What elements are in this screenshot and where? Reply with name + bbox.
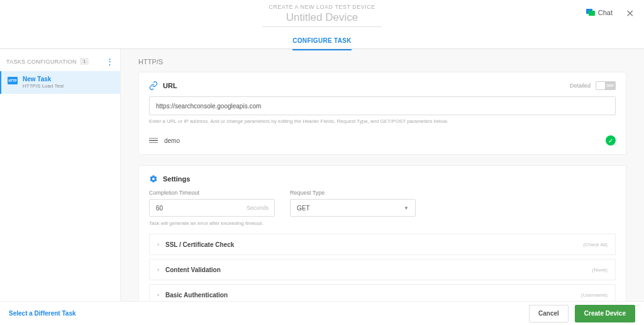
sidebar-header: TASKS CONFIGURATION 1 ⋮: [0, 55, 120, 71]
accordion-title: Content Validation: [165, 266, 221, 273]
request-type-label: Request Type: [290, 190, 416, 196]
chevron-down-icon: ▼: [404, 205, 409, 211]
request-type-value: GET: [297, 205, 310, 212]
accordion-status: (None): [592, 267, 608, 273]
url-input[interactable]: [149, 96, 616, 115]
timeout-label: Completion Timeout: [149, 190, 275, 196]
tab-configure-task[interactable]: CONFIGURE TASK: [292, 33, 351, 50]
url-card: URL Detailed OFF Enter a URL or IP addre…: [138, 72, 626, 155]
settings-card: Settings Completion Timeout Seconds Requ…: [138, 165, 626, 301]
chat-label: Chat: [598, 9, 613, 16]
close-icon[interactable]: ✕: [626, 8, 634, 20]
timeout-hint: Task will generate an error after exceed…: [149, 220, 616, 226]
url-card-title: URL: [163, 82, 177, 89]
footer: Select a Different Task Cancel Create De…: [0, 301, 644, 325]
gear-icon: [149, 174, 158, 183]
page-header: CREATE A NEW LOAD TEST DEVICE CONFIGURE …: [0, 0, 644, 49]
cancel-button[interactable]: Cancel: [529, 305, 569, 322]
timeout-suffix: Seconds: [247, 205, 269, 211]
accordion-title: SSL / Certificate Check: [165, 241, 234, 248]
accordion-status: (Username): [581, 292, 608, 298]
task-type: HTTP/S Load Test: [23, 83, 64, 89]
sidebar-more-icon[interactable]: ⋮: [106, 60, 114, 63]
request-type-select[interactable]: GET ▼: [290, 199, 416, 217]
detailed-label: Detailed: [570, 83, 591, 89]
accordion-basic-auth[interactable]: › Basic Authentication (Username): [149, 284, 616, 301]
sidebar-count-badge: 1: [80, 58, 89, 65]
chevron-right-icon: ›: [157, 241, 159, 248]
main-panel: HTTP/S URL Detailed OFF Enter a URL or I…: [121, 49, 644, 301]
detailed-toggle[interactable]: OFF: [596, 81, 616, 90]
header-eyebrow: CREATE A NEW LOAD TEST DEVICE: [269, 4, 375, 10]
accordion-content-validation[interactable]: › Content Validation (None): [149, 259, 616, 280]
sidebar: TASKS CONFIGURATION 1 ⋮ HTTP New Task HT…: [0, 49, 121, 301]
task-name: New Task: [23, 76, 64, 83]
sidebar-task-item[interactable]: HTTP New Task HTTP/S Load Test: [0, 71, 120, 94]
device-name-input[interactable]: [262, 11, 382, 27]
section-label: HTTP/S: [138, 58, 626, 66]
accordion-ssl[interactable]: › SSL / Certificate Check (Check All): [149, 234, 616, 255]
http-task-icon: HTTP: [8, 77, 18, 84]
settings-card-title: Settings: [163, 175, 190, 183]
url-hint: Enter a URL or IP address. Add or change…: [149, 118, 616, 124]
select-different-task-link[interactable]: Select a Different Task: [9, 310, 76, 317]
reorder-icon[interactable]: [149, 138, 158, 144]
success-badge-icon: ✓: [606, 135, 616, 145]
tab-row: CONFIGURE TASK: [292, 33, 351, 50]
step-label: demo: [164, 137, 599, 144]
sidebar-title: TASKS CONFIGURATION: [6, 59, 77, 65]
chevron-right-icon: ›: [157, 266, 159, 273]
chat-icon: [586, 9, 595, 16]
chat-button[interactable]: Chat: [586, 9, 613, 16]
chevron-right-icon: ›: [157, 292, 159, 298]
link-icon: [149, 81, 158, 90]
body-row: TASKS CONFIGURATION 1 ⋮ HTTP New Task HT…: [0, 49, 644, 301]
create-device-button[interactable]: Create Device: [575, 305, 635, 322]
accordion-title: Basic Authentication: [165, 292, 228, 299]
accordion-status: (Check All): [583, 242, 608, 248]
